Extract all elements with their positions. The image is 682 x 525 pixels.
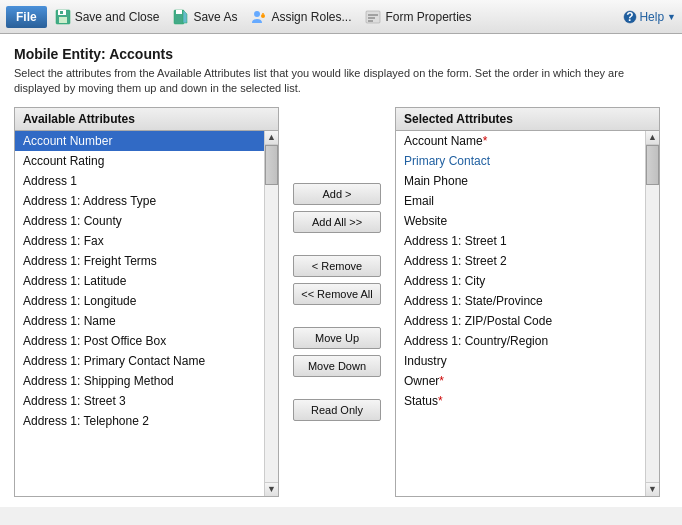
- assign-roles-icon: [251, 9, 267, 25]
- remove-button[interactable]: < Remove: [293, 255, 381, 277]
- available-scroll-thumb[interactable]: [265, 145, 278, 185]
- selected-scroll-down[interactable]: ▼: [646, 482, 659, 496]
- available-item[interactable]: Address 1: Shipping Method: [15, 371, 264, 391]
- available-attributes-panel: Available Attributes Account NumberAccou…: [14, 107, 279, 497]
- form-properties-label: Form Properties: [385, 10, 471, 24]
- available-item[interactable]: Address 1: Name: [15, 311, 264, 331]
- selected-attributes-header: Selected Attributes: [396, 108, 659, 131]
- required-indicator: *: [439, 374, 444, 388]
- available-item[interactable]: Address 1: Address Type: [15, 191, 264, 211]
- selected-item[interactable]: Address 1: Street 2: [396, 251, 645, 271]
- svg-rect-3: [60, 11, 63, 14]
- selected-item[interactable]: Address 1: City: [396, 271, 645, 291]
- add-button[interactable]: Add >: [293, 183, 381, 205]
- move-up-button[interactable]: Move Up: [293, 327, 381, 349]
- available-item[interactable]: Address 1: [15, 171, 264, 191]
- selected-item[interactable]: Account Name*: [396, 131, 645, 151]
- available-scroll-down[interactable]: ▼: [265, 482, 278, 496]
- action-buttons-panel: Add > Add All >> < Remove << Remove All …: [279, 107, 395, 497]
- selected-item[interactable]: Address 1: ZIP/Postal Code: [396, 311, 645, 331]
- selected-scroll-up[interactable]: ▲: [646, 131, 659, 145]
- selected-scroll-thumb[interactable]: [646, 145, 659, 185]
- remove-all-button[interactable]: << Remove All: [293, 283, 381, 305]
- toolbar-right: ? Help ▼: [623, 10, 676, 24]
- file-button[interactable]: File: [6, 6, 47, 28]
- form-properties-button[interactable]: Form Properties: [365, 9, 471, 25]
- available-attributes-header: Available Attributes: [15, 108, 278, 131]
- read-only-button[interactable]: Read Only: [293, 399, 381, 421]
- selected-item[interactable]: Status*: [396, 391, 645, 411]
- help-label: Help: [639, 10, 664, 24]
- help-icon: ?: [623, 10, 637, 24]
- available-item[interactable]: Address 1: Post Office Box: [15, 331, 264, 351]
- available-attributes-list[interactable]: Account NumberAccount RatingAddress 1Add…: [15, 131, 264, 496]
- save-close-icon: [55, 9, 71, 25]
- selected-item[interactable]: Email: [396, 191, 645, 211]
- available-scroll-up[interactable]: ▲: [265, 131, 278, 145]
- help-button[interactable]: ? Help ▼: [623, 10, 676, 24]
- available-item[interactable]: Account Number: [15, 131, 264, 151]
- assign-roles-label: Assign Roles...: [271, 10, 351, 24]
- selected-item[interactable]: Owner*: [396, 371, 645, 391]
- available-item[interactable]: Address 1: Latitude: [15, 271, 264, 291]
- required-indicator: *: [483, 134, 488, 148]
- available-scroll-track[interactable]: [265, 145, 278, 482]
- svg-rect-2: [59, 17, 67, 23]
- svg-rect-5: [176, 10, 182, 14]
- available-item[interactable]: Address 1: Longitude: [15, 291, 264, 311]
- selected-attributes-list[interactable]: Account Name*Primary ContactMain PhoneEm…: [396, 131, 645, 496]
- toolbar: File Save and Close Save As Assign Roles…: [0, 0, 682, 34]
- selected-item[interactable]: Main Phone: [396, 171, 645, 191]
- main-area: Available Attributes Account NumberAccou…: [14, 107, 668, 497]
- selected-item[interactable]: Primary Contact: [396, 151, 645, 171]
- available-item[interactable]: Address 1: County: [15, 211, 264, 231]
- available-item[interactable]: Address 1: Freight Terms: [15, 251, 264, 271]
- selected-attributes-list-container: Account Name*Primary ContactMain PhoneEm…: [396, 131, 659, 496]
- page-description: Select the attributes from the Available…: [14, 66, 668, 97]
- selected-item[interactable]: Address 1: Country/Region: [396, 331, 645, 351]
- svg-point-8: [261, 14, 265, 18]
- available-scroll-bar[interactable]: ▲ ▼: [264, 131, 278, 496]
- save-close-label: Save and Close: [75, 10, 160, 24]
- page-title: Mobile Entity: Accounts: [14, 46, 668, 62]
- svg-text:?: ?: [627, 10, 634, 24]
- available-attributes-list-container: Account NumberAccount RatingAddress 1Add…: [15, 131, 278, 496]
- assign-roles-button[interactable]: Assign Roles...: [251, 9, 351, 25]
- content-area: Mobile Entity: Accounts Select the attri…: [0, 34, 682, 507]
- available-item[interactable]: Account Rating: [15, 151, 264, 171]
- selected-item[interactable]: Address 1: State/Province: [396, 291, 645, 311]
- required-indicator: *: [438, 394, 443, 408]
- move-down-button[interactable]: Move Down: [293, 355, 381, 377]
- available-item[interactable]: Address 1: Primary Contact Name: [15, 351, 264, 371]
- save-as-icon: [173, 9, 189, 25]
- selected-item[interactable]: Address 1: Street 1: [396, 231, 645, 251]
- selected-item[interactable]: Industry: [396, 351, 645, 371]
- selected-scroll-track[interactable]: [646, 145, 659, 482]
- available-item[interactable]: Address 1: Fax: [15, 231, 264, 251]
- help-chevron-icon: ▼: [667, 12, 676, 22]
- selected-scroll-bar[interactable]: ▲ ▼: [645, 131, 659, 496]
- available-item[interactable]: Address 1: Telephone 2: [15, 411, 264, 431]
- available-item[interactable]: Address 1: Street 3: [15, 391, 264, 411]
- save-close-button[interactable]: Save and Close: [55, 9, 160, 25]
- svg-marker-6: [183, 10, 187, 23]
- save-as-button[interactable]: Save As: [173, 9, 237, 25]
- selected-attributes-panel: Selected Attributes Account Name*Primary…: [395, 107, 660, 497]
- selected-item[interactable]: Website: [396, 211, 645, 231]
- form-properties-icon: [365, 9, 381, 25]
- save-as-label: Save As: [193, 10, 237, 24]
- add-all-button[interactable]: Add All >>: [293, 211, 381, 233]
- svg-point-7: [254, 11, 260, 17]
